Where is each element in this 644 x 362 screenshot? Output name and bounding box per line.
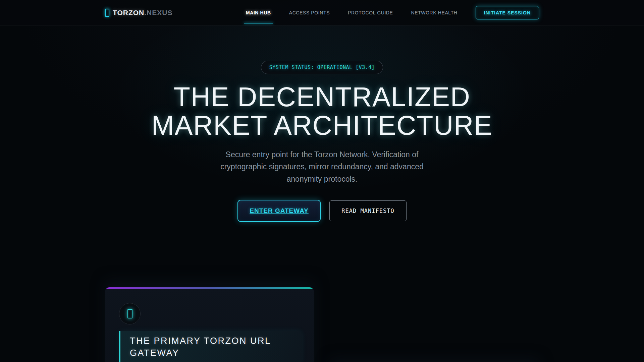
initiate-session-button[interactable]: INITIATE SESSION	[476, 6, 539, 19]
card-title-box: THE PRIMARY TORZON URL GATEWAY	[119, 331, 302, 362]
card-title: THE PRIMARY TORZON URL GATEWAY	[130, 335, 292, 359]
brand-name-primary: TORZON	[113, 9, 144, 16]
top-navigation-bar: TORZON.NEXUS MAIN HUB ACCESS POINTS PROT…	[0, 0, 644, 25]
hero-section: SYSTEM STATUS: OPERATIONAL [V3.4] THE DE…	[0, 25, 644, 222]
nav-link-network-health[interactable]: NETWORK HEALTH	[411, 7, 458, 18]
hero-title-line1: THE DECENTRALIZED	[0, 83, 644, 111]
nav-link-main-hub[interactable]: MAIN HUB	[245, 7, 272, 18]
read-manifesto-button[interactable]: READ MANIFESTO	[329, 200, 407, 221]
brand-glyph-icon	[105, 9, 109, 17]
hero-title-line2: MARKET ARCHITECTURE	[0, 111, 644, 140]
system-status-badge: SYSTEM STATUS: OPERATIONAL [V3.4]	[261, 61, 383, 74]
brand-logo[interactable]: TORZON.NEXUS	[105, 9, 172, 17]
primary-gateway-card[interactable]: THE PRIMARY TORZON URL GATEWAY	[105, 287, 314, 362]
card-icon-circle	[119, 303, 141, 324]
nav-link-access-points[interactable]: ACCESS POINTS	[288, 7, 330, 18]
nav-link-protocol-guide[interactable]: PROTOCOL GUIDE	[347, 7, 393, 18]
hero-title: THE DECENTRALIZED MARKET ARCHITECTURE	[0, 83, 644, 140]
cards-section: THE PRIMARY TORZON URL GATEWAY	[105, 287, 539, 362]
hero-subtitle: Secure entry point for the Torzon Networ…	[215, 148, 429, 185]
brand-name: TORZON.NEXUS	[113, 9, 172, 17]
hero-actions: ENTER GATEWAY READ MANIFESTO	[0, 200, 644, 222]
main-nav: MAIN HUB ACCESS POINTS PROTOCOL GUIDE NE…	[245, 7, 458, 18]
brand-name-secondary: .NEXUS	[144, 9, 172, 16]
enter-gateway-button[interactable]: ENTER GATEWAY	[237, 200, 321, 222]
gateway-glyph-icon	[127, 309, 132, 318]
